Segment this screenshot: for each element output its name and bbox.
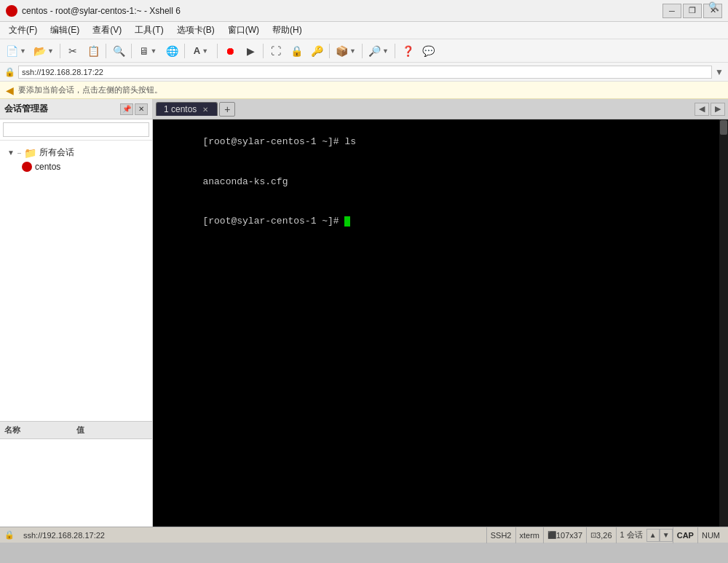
menu-file[interactable]: 文件(F) — [3, 23, 43, 38]
status-right: SSH2 xterm ⬛ 107x37 ⊡ 3,26 1 会话 ▲ ▼ CAP … — [486, 527, 724, 543]
tree-group-label: 所有会话 — [39, 146, 74, 159]
find-icon: 🔍 — [113, 45, 125, 57]
dimensions-value: 107x37 — [556, 531, 582, 540]
terminal-output-1: anaconda-ks.cfg — [202, 176, 288, 187]
toolbar-lock[interactable]: 🔒 — [287, 42, 306, 60]
globe-icon: 🌐 — [166, 45, 178, 57]
toolbar-globe[interactable]: 🌐 — [162, 42, 181, 60]
menu-window[interactable]: 窗口(W) — [222, 23, 265, 38]
status-sessions: 1 会话 — [616, 527, 646, 543]
toolbar-sep8 — [362, 44, 363, 58]
sidebar-search-area: 🔍 — [0, 119, 152, 141]
sidebar-search-input[interactable] — [3, 122, 149, 137]
address-lock-icon: 🔒 — [4, 67, 15, 77]
toolbar-connect[interactable]: 🖥 ▼ — [135, 42, 161, 60]
toolbar: 📄 ▼ 📂 ▼ ✂ 📋 🔍 🖥 ▼ 🌐 A ▼ ⏺ ▶ ⛶ 🔒 🔑 — [0, 39, 728, 63]
menu-tabs[interactable]: 选项卡(B) — [171, 23, 221, 38]
terminal[interactable]: [root@sylar-centos-1 ~]# ls anaconda-ks.… — [153, 119, 728, 527]
menu-edit[interactable]: 编辑(E) — [44, 23, 85, 38]
sidebar-close-button[interactable]: ✕ — [135, 103, 148, 115]
tab-close-icon[interactable]: ✕ — [201, 106, 210, 114]
tab-nav: ◀ ▶ — [695, 103, 725, 116]
sidebar: 会话管理器 📌 ✕ 🔍 ▼ – 📁 所有会话 c — [0, 99, 153, 527]
sidebar-name-col: 名称 — [4, 425, 76, 436]
zoom-arrow: ▼ — [382, 47, 389, 55]
toolbar-fullscreen[interactable]: ⛶ — [266, 42, 285, 60]
transfer-arrow: ▼ — [349, 47, 356, 55]
terminal-area: 1 centos ✕ + ◀ ▶ [root@sylar-centos-1 ~]… — [153, 99, 728, 527]
sidebar-title: 会话管理器 — [4, 103, 48, 115]
status-terminal-type: xterm — [515, 527, 544, 543]
terminal-scroll-thumb[interactable] — [720, 120, 727, 135]
rec-icon: ⏺ — [225, 45, 235, 57]
tab-centos[interactable]: 1 centos ✕ — [156, 102, 218, 116]
info-arrow-icon[interactable]: ◀ — [6, 84, 14, 96]
tree-item-label: centos — [35, 162, 60, 172]
search-icon: 🔍 — [708, 1, 719, 12]
help-icon: ❓ — [402, 45, 414, 57]
main-area: 会话管理器 📌 ✕ 🔍 ▼ – 📁 所有会话 c — [0, 99, 728, 527]
restore-button[interactable]: ❐ — [683, 4, 702, 18]
tab-next-button[interactable]: ▶ — [711, 103, 725, 116]
address-input[interactable] — [18, 66, 712, 79]
toolbar-new-file[interactable]: 📄 ▼ — [3, 42, 29, 60]
new-file-arrow: ▼ — [20, 47, 26, 55]
font-arrow: ▼ — [202, 47, 208, 55]
tab-prev-button[interactable]: ◀ — [695, 103, 709, 116]
tree-group-all-sessions: ▼ – 📁 所有会话 centos — [0, 143, 152, 175]
toolbar-transfer[interactable]: 📦 ▼ — [333, 42, 359, 60]
menu-view[interactable]: 查看(V) — [87, 23, 127, 38]
open-icon: 📂 — [33, 45, 46, 57]
toolbar-sep2 — [106, 44, 106, 58]
sidebar-bottom-header: 名称 值 — [0, 422, 152, 439]
tree-item-centos[interactable]: centos — [19, 160, 148, 173]
toolbar-zoom[interactable]: 🔎 ▼ — [365, 42, 392, 60]
toolbar-rec[interactable]: ⏺ — [221, 42, 240, 60]
toolbar-open[interactable]: 📂 ▼ — [31, 42, 57, 60]
sidebar-header: 会话管理器 📌 ✕ — [0, 99, 152, 119]
address-dropdown-icon[interactable]: ▼ — [715, 67, 724, 77]
minimize-button[interactable]: ─ — [662, 4, 681, 18]
dash-icon: – — [17, 149, 21, 157]
sidebar-value-col: 值 — [76, 425, 149, 436]
connect-arrow: ▼ — [151, 47, 157, 55]
status-lock-icon: 🔒 — [4, 530, 15, 540]
toolbar-sep1 — [60, 44, 60, 58]
title-text: centos - root@sylar-centos-1:~ - Xshell … — [22, 6, 181, 16]
play-icon: ▶ — [247, 45, 255, 57]
tab-bar: 1 centos ✕ + ◀ ▶ — [153, 99, 728, 119]
tab-label: 1 centos — [164, 104, 197, 114]
info-bar: ◀ 要添加当前会话，点击左侧的箭头按钮。 — [0, 82, 728, 99]
toolbar-sep7 — [329, 44, 330, 58]
toolbar-font[interactable]: A ▼ — [188, 42, 214, 60]
toolbar-copy[interactable]: 📋 — [84, 42, 103, 60]
toolbar-play[interactable]: ▶ — [241, 42, 260, 60]
toolbar-help[interactable]: ❓ — [398, 42, 417, 60]
terminal-prompt-1: [root@sylar-centos-1 ~]# ls — [202, 136, 356, 147]
toolbar-key[interactable]: 🔑 — [307, 42, 326, 60]
toolbar-cut[interactable]: ✂ — [63, 42, 82, 60]
tree-group-row[interactable]: ▼ – 📁 所有会话 — [4, 145, 148, 160]
status-position: ⊡ 3,26 — [586, 527, 615, 543]
font-icon: A — [194, 45, 200, 56]
info-text: 要添加当前会话，点击左侧的箭头按钮。 — [18, 84, 162, 95]
sidebar-pin-button[interactable]: 📌 — [120, 103, 133, 115]
sidebar-header-buttons: 📌 ✕ — [120, 103, 148, 115]
address-bar: 🔒 ▼ — [0, 63, 728, 82]
menu-tools[interactable]: 工具(T) — [129, 23, 169, 38]
status-down-button[interactable]: ▼ — [660, 529, 673, 542]
menu-help[interactable]: 帮助(H) — [266, 23, 308, 38]
toolbar-find[interactable]: 🔍 — [109, 42, 128, 60]
open-arrow: ▼ — [47, 47, 54, 55]
expand-icon: ▼ — [7, 149, 15, 157]
status-up-button[interactable]: ▲ — [646, 529, 660, 542]
toolbar-sep5 — [217, 44, 218, 58]
toolbar-chat[interactable]: 💬 — [419, 42, 438, 60]
new-file-icon: 📄 — [6, 45, 18, 57]
toolbar-sep4 — [184, 44, 185, 58]
title-left: centos - root@sylar-centos-1:~ - Xshell … — [6, 5, 181, 17]
terminal-line-2: anaconda-ks.cfg — [157, 162, 724, 202]
terminal-scrollbar[interactable] — [719, 119, 728, 527]
cut-icon: ✂ — [68, 45, 77, 57]
tab-new-button[interactable]: + — [219, 102, 235, 117]
